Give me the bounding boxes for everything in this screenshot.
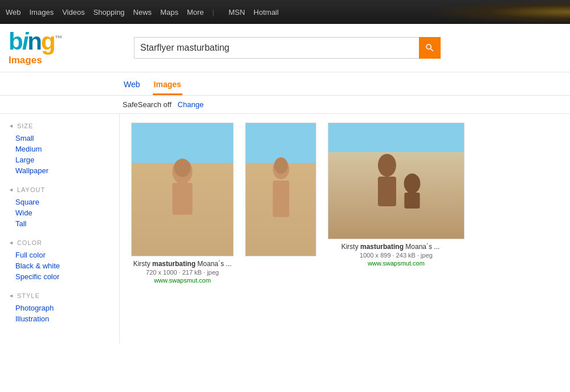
results-grid: Kirsty masturbating Moana´s ... 720 x 10… — [131, 122, 559, 284]
filter-illustration[interactable]: Illustration — [9, 313, 111, 324]
safesearch-bar: SafeSearch off Change — [0, 96, 570, 114]
result-thumb-2 — [245, 122, 316, 256]
sidebar: SIZE Small Medium Large Wallpaper LAYOUT… — [0, 114, 120, 343]
result-image-1 — [154, 156, 211, 224]
filter-medium[interactable]: Medium — [9, 144, 111, 154]
filter-wide[interactable]: Wide — [9, 207, 111, 218]
nav-news[interactable]: News — [133, 8, 152, 17]
search-input[interactable] — [134, 37, 419, 59]
filter-square[interactable]: Square — [9, 197, 111, 207]
top-nav-bar: Web Images Videos Shopping News Maps Mor… — [0, 0, 570, 24]
svg-rect-4 — [272, 181, 289, 217]
svg-point-2 — [174, 158, 191, 177]
svg-rect-7 — [378, 177, 396, 206]
search-icon — [425, 43, 435, 53]
color-filter-section: COLOR Full color Black & white Specific … — [9, 239, 111, 282]
size-section-title: SIZE — [9, 122, 111, 129]
header: bing™ Images — [0, 24, 570, 72]
nav-web[interactable]: Web — [6, 8, 21, 17]
filter-small[interactable]: Small — [9, 133, 111, 144]
result-title-1: Kirsty masturbating Moana´s ... — [131, 260, 234, 268]
filter-specific-color[interactable]: Specific color — [9, 271, 111, 282]
search-button[interactable] — [419, 37, 441, 59]
nav-more[interactable]: More — [187, 8, 204, 17]
size-filter-section: SIZE Small Medium Large Wallpaper — [9, 122, 111, 176]
result-image-3 — [362, 150, 430, 213]
logo-area: bing™ Images — [9, 30, 123, 66]
svg-rect-9 — [404, 193, 420, 209]
style-filter-section: STYLE Photograph Illustration — [9, 292, 111, 324]
logo-letter-n: n — [27, 28, 41, 55]
result-url-3: www.swapsmut.com — [328, 260, 465, 267]
safesearch-change-link[interactable]: Change — [178, 100, 204, 109]
result-item-2[interactable] — [245, 122, 316, 260]
filter-photograph[interactable]: Photograph — [9, 303, 111, 313]
nav-videos[interactable]: Videos — [62, 8, 85, 17]
layout-filter-section: LAYOUT Square Wide Tall — [9, 186, 111, 229]
logo-letter-i: i — [22, 28, 28, 55]
images-section-label: Images — [9, 55, 123, 66]
svg-point-6 — [378, 154, 396, 177]
results-area: Kirsty masturbating Moana´s ... 720 x 10… — [120, 114, 570, 343]
tab-images[interactable]: Images — [153, 77, 182, 95]
result-thumb-3 — [328, 122, 465, 239]
layout-section-title: LAYOUT — [9, 186, 111, 193]
logo-letter-g: g — [41, 28, 55, 55]
nav-hotmail[interactable]: Hotmail — [254, 8, 279, 17]
safesearch-text: SafeSearch off — [123, 100, 172, 109]
nav-separator: | — [213, 8, 214, 17]
main-content: SIZE Small Medium Large Wallpaper LAYOUT… — [0, 114, 570, 343]
filter-wallpaper[interactable]: Wallpaper — [9, 165, 111, 176]
nav-shopping[interactable]: Shopping — [93, 8, 125, 17]
tab-bar: Web Images — [0, 72, 570, 96]
filter-black-white[interactable]: Black & white — [9, 260, 111, 271]
result-meta-1: 720 x 1000 · 217 kB · jpeg — [131, 269, 234, 276]
bing-logo: bing™ — [9, 30, 123, 54]
tab-web[interactable]: Web — [123, 77, 141, 95]
nav-images[interactable]: Images — [30, 8, 54, 17]
svg-point-8 — [404, 173, 421, 193]
style-section-title: STYLE — [9, 292, 111, 299]
svg-point-5 — [274, 157, 288, 174]
result-item-1[interactable]: Kirsty masturbating Moana´s ... 720 x 10… — [131, 122, 234, 284]
result-thumb-1 — [131, 122, 234, 256]
filter-large[interactable]: Large — [9, 154, 111, 165]
result-url-1: www.swapsmut.com — [131, 277, 234, 284]
filter-full-color[interactable]: Full color — [9, 250, 111, 260]
result-image-2 — [258, 156, 304, 224]
nav-msn[interactable]: MSN — [229, 8, 245, 17]
result-title-3: Kirsty masturbating Moana´s ... — [328, 243, 453, 251]
svg-rect-1 — [172, 183, 192, 215]
nav-maps[interactable]: Maps — [160, 8, 178, 17]
result-meta-3: 1000 x 899 · 243 kB · jpeg — [328, 252, 465, 259]
color-section-title: COLOR — [9, 239, 111, 246]
result-item-3[interactable]: Kirsty masturbating Moana´s ... 1000 x 8… — [328, 122, 465, 267]
logo-superscript: ™ — [55, 34, 62, 43]
filter-tall[interactable]: Tall — [9, 218, 111, 229]
search-box-area — [134, 37, 561, 59]
logo-letter-b: b — [9, 28, 22, 55]
